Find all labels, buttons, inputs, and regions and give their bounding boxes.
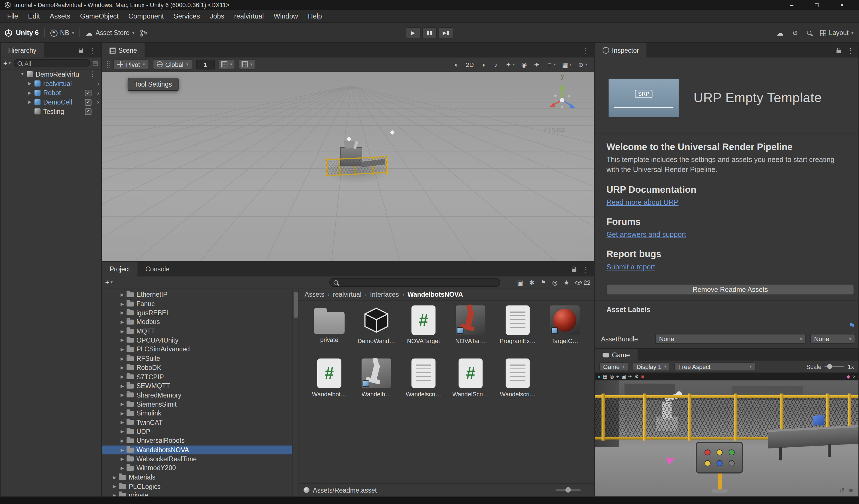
game-mode-dropdown[interactable]: Game ▾ (599, 362, 629, 371)
scale-slider[interactable] (825, 366, 844, 367)
folder-row[interactable]: ▶ PLCLogics (102, 482, 292, 491)
undo-history-button[interactable]: ↺ (792, 29, 798, 37)
folder-row[interactable]: ▶ EthernetIP (102, 290, 292, 299)
asset-tile[interactable]: # NOVATarget (400, 305, 447, 359)
grid-visibility-icon[interactable]: ▦ ▾ (562, 60, 571, 68)
tab-console[interactable]: Console (138, 262, 177, 277)
tab-inspector[interactable]: i Inspector (595, 43, 647, 58)
folder-row[interactable]: ▶ SharedMemory (102, 391, 292, 400)
menu-item[interactable]: Window (269, 12, 303, 20)
asset-tile[interactable]: # NOVATar… (447, 305, 494, 359)
expand-arrow-icon[interactable]: ▶ (28, 90, 34, 95)
folder-row[interactable]: ▶ RoboDK (102, 363, 292, 372)
perspective-toggle[interactable]: < Persp (543, 126, 566, 133)
tab-hierarchy[interactable]: Hierarchy (1, 43, 44, 58)
labels-tag-icon[interactable]: ⚑ (848, 321, 855, 330)
hierarchy-item[interactable]: ▶ Robot ✓ › (1, 88, 101, 97)
asset-tile[interactable]: # Wandelb… (353, 359, 400, 411)
expand-arrow-icon[interactable]: ▶ (28, 81, 34, 86)
search-by-label-icon[interactable]: ⚑ (540, 279, 546, 286)
scrollbar-thumb[interactable] (293, 292, 298, 318)
create-button[interactable]: + ▾ (3, 59, 11, 67)
enable-checkbox[interactable]: ✓ (85, 99, 91, 105)
search-by-type-icon[interactable]: ◎ (552, 279, 557, 286)
hierarchy-item[interactable]: ▶ DemoCell ✓ › (1, 97, 101, 107)
toolbar-handle[interactable] (106, 60, 110, 68)
folder-row[interactable]: ▶ Fanuc (102, 299, 292, 309)
hidden-count-toggle[interactable]: 22 (575, 279, 590, 286)
expand-arrow-icon[interactable]: ▶ (113, 493, 119, 497)
menu-item[interactable]: realvirtual (229, 12, 269, 20)
open-in-new-icon[interactable]: ▣ (517, 279, 523, 286)
target-icon[interactable]: ◎ (609, 374, 614, 379)
layout-dropdown[interactable]: Layout ▾ (820, 29, 853, 37)
section-link[interactable]: Submit a report (606, 263, 655, 271)
expand-arrow-icon[interactable]: ▶ (121, 319, 126, 324)
asset-tile[interactable]: # private (306, 305, 353, 359)
favorites-icon[interactable]: ★ (564, 279, 570, 286)
display-dropdown[interactable]: Display 1 ▾ (633, 362, 670, 371)
menu-item[interactable]: Services (169, 12, 205, 20)
thumbnail-size-slider[interactable] (556, 489, 581, 491)
folder-row[interactable]: ▶ SEWMQTT (102, 381, 292, 391)
scene-viewport[interactable]: Tool Settings y (102, 72, 594, 261)
expand-arrow-icon[interactable]: ▶ (121, 301, 126, 306)
expand-arrow-icon[interactable]: ▶ (121, 429, 126, 434)
folder-row[interactable]: ▶ SiemensSimit (102, 400, 292, 409)
scene-audio-icon[interactable]: ♪ ▾ (493, 61, 499, 67)
asset-tile[interactable]: # TargetC… (541, 305, 588, 359)
unity-version-button[interactable]: Unity 6 (4, 29, 39, 37)
expand-arrow-icon[interactable]: ▶ (121, 329, 126, 333)
overlays-dropdown-icon[interactable]: ≡ ▾ (546, 61, 556, 67)
folder-row[interactable]: ▶ TwinCAT (102, 418, 292, 427)
realvirtual-badge-icon[interactable]: ◆ (846, 374, 850, 379)
folder-row[interactable]: ▶ UniversalRobots (102, 436, 292, 445)
asset-tile[interactable]: # Wandelscri… (494, 359, 541, 411)
folder-row[interactable]: ▶ RFSuite (102, 354, 292, 363)
folder-row[interactable]: ▶ private (102, 491, 292, 496)
expand-arrow-icon[interactable]: ▶ (28, 100, 34, 105)
slider-knob[interactable] (566, 487, 571, 493)
slider-knob[interactable] (827, 364, 832, 368)
expand-arrow-icon[interactable]: ▶ (121, 310, 126, 315)
enable-checkbox[interactable]: ✓ (85, 90, 91, 96)
folder-row[interactable]: ▶ Modbus (102, 317, 292, 327)
asset-store-dropdown[interactable]: ☁ Asset Store ▾ (86, 29, 135, 37)
folder-row[interactable]: ▶ UDP (102, 427, 292, 436)
folder-row[interactable]: ▶ WandelbotsNOVA (102, 445, 292, 455)
connect-icon[interactable]: ● (598, 374, 601, 379)
expand-arrow-icon[interactable]: ▶ (113, 484, 119, 489)
prefab-open-chevron[interactable]: › (97, 98, 99, 106)
camera-fly-icon[interactable]: ✈ ▾ (533, 60, 540, 68)
folder-row[interactable]: ▶ S7TCPIP (102, 372, 292, 381)
close-button[interactable]: × (829, 2, 855, 8)
folder-row[interactable]: ▶ igusREBEL (102, 309, 292, 317)
panel-menu-icon[interactable]: ⋮ (847, 46, 854, 54)
pivot-dropdown[interactable]: Pivot ▾ (114, 59, 149, 70)
menu-item[interactable]: Assets (45, 12, 75, 20)
menu-item[interactable]: Help (303, 12, 327, 20)
breadcrumb-segment[interactable]: WandelbotsNOVA › (406, 291, 464, 298)
lock-icon[interactable] (79, 49, 83, 53)
democell-model[interactable] (324, 133, 390, 185)
expand-arrow-icon[interactable]: ▶ (121, 292, 126, 297)
expand-arrow-icon[interactable]: ▶ (121, 447, 126, 452)
overlay-close-icon[interactable]: × (853, 374, 856, 379)
version-control-icon[interactable] (140, 29, 148, 37)
add-icon[interactable]: + (616, 374, 619, 379)
tab-scene[interactable]: Scene (102, 43, 145, 58)
grid-toggle-icon[interactable]: ▦ (603, 374, 607, 379)
prefab-open-chevron[interactable]: › (97, 89, 99, 96)
breadcrumb-segment[interactable]: realvirtual › (332, 291, 369, 298)
tab-project[interactable]: Project (102, 262, 138, 277)
expand-arrow-icon[interactable]: ▶ (121, 365, 126, 370)
asset-tile[interactable]: # WandelScri… (447, 359, 494, 411)
panel-menu-icon[interactable]: ⋮ (582, 46, 589, 54)
cube-icon[interactable]: ▣ (621, 374, 626, 379)
expand-arrow-icon[interactable]: ▶ (121, 383, 126, 389)
search-button[interactable] (807, 31, 811, 35)
increment-snap-dropdown[interactable]: ▾ (239, 59, 255, 70)
handle-rotation-dropdown[interactable]: Global ▾ (153, 59, 192, 70)
tab-game[interactable]: Game (595, 349, 637, 361)
expand-arrow-icon[interactable]: ▶ (121, 457, 126, 461)
